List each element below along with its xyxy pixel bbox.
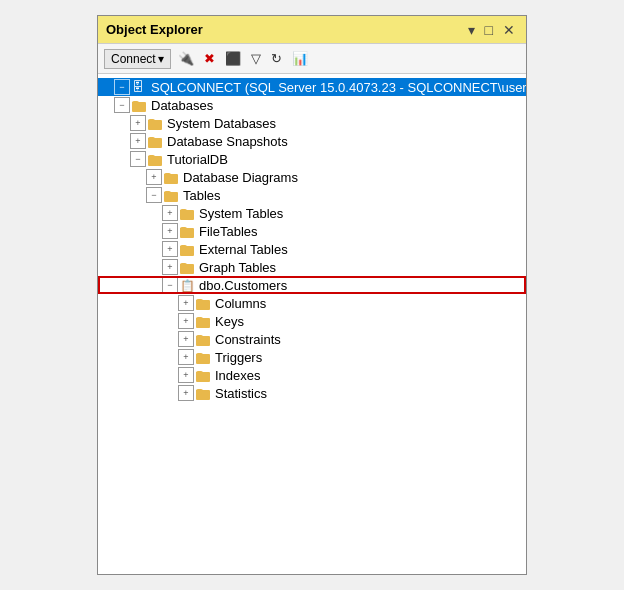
tree-items-container: −Databases+System Databases+Database Sna… [98,96,526,402]
tree-item-database-snapshots[interactable]: +Database Snapshots [98,132,526,150]
system-databases-folder-icon [148,117,164,130]
statistics-folder-icon [196,387,212,400]
title-bar-controls: ▾ □ ✕ [465,22,518,38]
indexes-folder-icon [196,369,212,382]
filetables-expander[interactable]: + [162,223,178,239]
window-title: Object Explorer [106,22,203,37]
columns-label: Columns [215,296,266,311]
statistics-expander[interactable]: + [178,385,194,401]
graph-tables-label: Graph Tables [199,260,276,275]
external-tables-expander[interactable]: + [162,241,178,257]
float-button[interactable]: □ [482,22,496,38]
indexes-label: Indexes [215,368,261,383]
statistics-label: Statistics [215,386,267,401]
databases-folder-icon [132,99,148,112]
database-snapshots-expander[interactable]: + [130,133,146,149]
triggers-label: Triggers [215,350,262,365]
system-tables-label: System Tables [199,206,283,221]
constraints-expander[interactable]: + [178,331,194,347]
title-bar: Object Explorer ▾ □ ✕ [98,16,526,44]
database-diagrams-folder-icon [164,171,180,184]
stop-icon[interactable]: ⬛ [222,50,244,67]
triggers-expander[interactable]: + [178,349,194,365]
columns-folder-icon [196,297,212,310]
connect-arrow: ▾ [158,52,164,66]
tables-folder-icon [164,189,180,202]
tree-item-external-tables[interactable]: +External Tables [98,240,526,258]
keys-folder-icon [196,315,212,328]
indexes-expander[interactable]: + [178,367,194,383]
external-tables-label: External Tables [199,242,288,257]
tree-item-tables[interactable]: −Tables [98,186,526,204]
database-snapshots-label: Database Snapshots [167,134,288,149]
database-diagrams-expander[interactable]: + [146,169,162,185]
external-tables-folder-icon [180,243,196,256]
connect-button[interactable]: Connect ▾ [104,49,171,69]
filter-icon[interactable]: ▽ [248,50,264,67]
disconnect-icon[interactable]: ✖ [201,50,218,67]
tree-item-statistics[interactable]: +Statistics [98,384,526,402]
filetables-label: FileTables [199,224,258,239]
pin-button[interactable]: ▾ [465,22,478,38]
tree-item-graph-tables[interactable]: +Graph Tables [98,258,526,276]
tree-item-constraints[interactable]: +Constraints [98,330,526,348]
connect-specific-icon[interactable]: 🔌 [175,50,197,67]
tutorialdb-label: TutorialDB [167,152,228,167]
refresh-icon[interactable]: ↻ [268,50,285,67]
databases-expander[interactable]: − [114,97,130,113]
tree-item-database-diagrams[interactable]: +Database Diagrams [98,168,526,186]
graph-tables-folder-icon [180,261,196,274]
graph-tables-expander[interactable]: + [162,259,178,275]
close-button[interactable]: ✕ [500,22,518,38]
dbo-customers-label: dbo.Customers [199,278,287,293]
system-tables-expander[interactable]: + [162,205,178,221]
tree-item-system-databases[interactable]: +System Databases [98,114,526,132]
columns-expander[interactable]: + [178,295,194,311]
server-icon: 🗄 [132,80,148,94]
dbo-customers-expander[interactable]: − [162,277,178,293]
tree-item-keys[interactable]: +Keys [98,312,526,330]
constraints-folder-icon [196,333,212,346]
tree-item-dbo-customers[interactable]: −📋dbo.Customers [98,276,526,294]
triggers-folder-icon [196,351,212,364]
system-databases-label: System Databases [167,116,276,131]
system-tables-folder-icon [180,207,196,220]
filetables-folder-icon [180,225,196,238]
system-databases-expander[interactable]: + [130,115,146,131]
server-expander[interactable]: − [114,79,130,95]
connect-label: Connect [111,52,156,66]
toolbar: Connect ▾ 🔌 ✖ ⬛ ▽ ↻ 📊 [98,44,526,74]
database-diagrams-label: Database Diagrams [183,170,298,185]
tree-item-tutorialdb[interactable]: −TutorialDB [98,150,526,168]
activity-monitor-icon[interactable]: 📊 [289,50,311,67]
keys-label: Keys [215,314,244,329]
constraints-label: Constraints [215,332,281,347]
tree-item-databases[interactable]: −Databases [98,96,526,114]
database-snapshots-folder-icon [148,135,164,148]
tree-item-filetables[interactable]: +FileTables [98,222,526,240]
tree-area[interactable]: − 🗄 SQLCONNECT (SQL Server 15.0.4073.23 … [98,74,526,574]
tree-item-columns[interactable]: +Columns [98,294,526,312]
keys-expander[interactable]: + [178,313,194,329]
tree-item-triggers[interactable]: +Triggers [98,348,526,366]
tutorialdb-expander[interactable]: − [130,151,146,167]
server-label: SQLCONNECT (SQL Server 15.0.4073.23 - SQ… [151,80,526,95]
databases-label: Databases [151,98,213,113]
server-node[interactable]: − 🗄 SQLCONNECT (SQL Server 15.0.4073.23 … [98,78,526,96]
tables-label: Tables [183,188,221,203]
tables-expander[interactable]: − [146,187,162,203]
tree-item-system-tables[interactable]: +System Tables [98,204,526,222]
tutorialdb-folder-icon [148,153,164,166]
dbo-customers-table-icon: 📋 [180,279,196,292]
tree-item-indexes[interactable]: +Indexes [98,366,526,384]
object-explorer-window: Object Explorer ▾ □ ✕ Connect ▾ 🔌 ✖ ⬛ ▽ … [97,15,527,575]
